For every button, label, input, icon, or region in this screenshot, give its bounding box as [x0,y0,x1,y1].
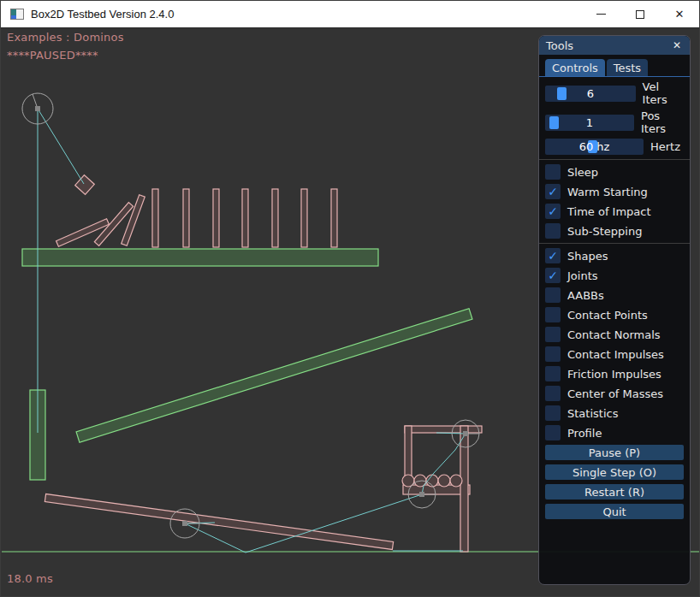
tools-panel: Tools ✕ ControlsTests 6Vel Iters1Pos Ite… [538,35,691,585]
slider-label: Vel Iters [643,80,684,106]
checkbox-label: Time of Impact [567,205,651,218]
domino-standing [213,189,219,247]
domino-standing [242,189,248,247]
tools-panel-titlebar[interactable]: Tools ✕ [539,36,690,55]
restart-button[interactable]: Restart (R) [545,484,684,499]
slider-value: 6 [545,86,636,102]
window-controls: ✕ [581,1,699,27]
checkbox-label: Profile [567,427,602,440]
rope-pendulum-box [38,109,84,184]
client-area: Examples : Dominos ****PAUSED**** 18.0 m… [1,28,699,596]
checkbox-row-sleep: Sleep [545,164,684,180]
checkbox-label: Contact Normals [567,328,661,341]
checkbox-row-contact-normals: Contact Normals [545,327,684,342]
minimize-icon [596,14,606,15]
pendulum-wheel-center-dot [35,106,40,111]
checkbox-row-contact-points: Contact Points [545,307,684,322]
checkbox-sleep[interactable] [545,164,561,180]
checkbox-row-joints: ✓Joints [545,268,684,283]
domino-standing [272,189,278,247]
tab-controls[interactable]: Controls [545,59,605,76]
plank-wheel-center-dot [182,521,187,526]
domino-standing [301,189,307,247]
app-window: Box2D Testbed Version 2.4.0 ✕ Examples :… [0,0,700,597]
slider-pos-iters[interactable]: 1 [545,115,634,131]
slider-hertz[interactable]: 60 hz [545,139,644,155]
pendulum-box [75,175,95,195]
checkbox-label: Joints [567,269,598,282]
ball [438,475,450,487]
window-title: Box2D Testbed Version 2.4.0 [31,8,174,21]
frame-top-bar [405,426,482,433]
minimize-button[interactable] [581,1,620,27]
slider-row-vel-iters: 6Vel Iters [545,80,684,106]
checkbox-row-shapes: ✓Shapes [545,248,684,263]
app-icon [10,9,24,20]
ramp [76,309,472,442]
checkbox-row-time-of-impact: ✓Time of Impact [545,204,684,219]
tab-tests[interactable]: Tests [607,59,648,76]
checkbox-row-sub-stepping: Sub-Stepping [545,223,684,239]
frame-time: 18.0 ms [7,572,53,585]
domino-standing [152,189,158,247]
checkbox-time-of-impact[interactable]: ✓ [545,204,561,219]
checkbox-aabbs[interactable] [545,287,561,303]
checkbox-friction-impulses[interactable] [545,366,561,381]
ball [450,475,462,487]
panel-content: 6Vel Iters1Pos Iters60 hzHertzSleep✓Warm… [539,77,690,519]
slider-label: Hertz [650,140,680,153]
checkbox-warm-starting[interactable]: ✓ [545,184,561,199]
close-icon: ✕ [675,8,685,21]
checkbox-profile[interactable] [545,425,561,440]
slider-row-pos-iters: 1Pos Iters [545,109,684,135]
checkbox-contact-points[interactable] [545,307,561,322]
os-titlebar: Box2D Testbed Version 2.4.0 ✕ [1,1,699,28]
maximize-icon [636,10,644,19]
checkbox-center-of-masses[interactable] [545,386,561,401]
checkbox-joints[interactable]: ✓ [545,268,561,283]
checkbox-contact-impulses[interactable] [545,346,561,362]
checkbox-statistics[interactable] [545,405,561,421]
close-button[interactable]: ✕ [660,1,699,27]
pulley-wheel-center-dot [463,431,468,436]
checkbox-label: Friction Impulses [567,368,661,381]
tools-panel-title: Tools [546,39,671,52]
checkbox-label: Contact Impulses [567,348,664,361]
seesaw-plank [44,494,393,550]
checkbox-row-profile: Profile [545,425,684,440]
separator [539,159,690,160]
slider-value: 1 [545,115,634,131]
checkbox-shapes[interactable]: ✓ [545,248,561,263]
checkbox-label: AABBs [567,289,604,302]
quit-button[interactable]: Quit [545,504,684,519]
checkbox-label: Statistics [567,407,618,420]
checkbox-label: Center of Masses [567,387,663,400]
slider-vel-iters[interactable]: 6 [545,86,636,102]
panel-tabs: ControlsTests [539,59,690,77]
paused-indicator: ****PAUSED**** [7,49,98,62]
example-title: Examples : Dominos [7,31,124,44]
checkbox-label: Sub-Stepping [567,225,642,238]
checkbox-label: Sleep [567,166,598,179]
frame-right-post [460,426,468,552]
checkbox-sub-stepping[interactable] [545,223,561,239]
checkbox-label: Warm Starting [567,186,648,198]
checkbox-row-friction-impulses: Friction Impulses [545,366,684,381]
checkbox-row-center-of-masses: Center of Masses [545,386,684,401]
frame-wheel-center-dot [419,492,424,497]
checkbox-label: Shapes [567,250,608,263]
checkbox-row-statistics: Statistics [545,405,684,421]
slider-value: 60 hz [545,139,644,155]
pause-button[interactable]: Pause (P) [545,445,684,460]
domino-fallen [122,195,145,245]
checkbox-row-aabbs: AABBs [545,287,684,303]
tools-close-button[interactable]: ✕ [671,39,683,51]
checkbox-contact-normals[interactable] [545,327,561,342]
maximize-button[interactable] [620,1,660,27]
checkbox-row-contact-impulses: Contact Impulses [545,346,684,362]
slider-row-hertz: 60 hzHertz [545,139,684,155]
single-step-button[interactable]: Single Step (O) [545,464,684,480]
domino-standing [331,189,337,247]
checkbox-row-warm-starting: ✓Warm Starting [545,184,684,199]
domino-platform [22,249,378,266]
